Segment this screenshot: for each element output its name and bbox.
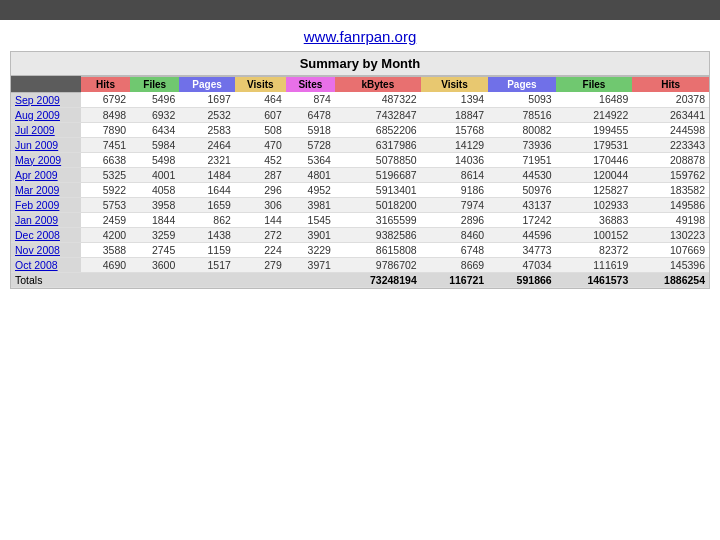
totals-row: Totals 73248194 116721 591866 1461573 18… [11,272,709,287]
row-d-files: 2745 [130,242,179,257]
row-kbytes: 5196687 [335,167,421,182]
row-d-visits: 306 [235,197,286,212]
row-m-hits: 223343 [632,137,709,152]
row-m-pages: 34773 [488,242,555,257]
row-m-files: 82372 [556,242,633,257]
row-month[interactable]: Oct 2008 [11,257,81,272]
row-m-visits: 6748 [421,242,488,257]
row-month[interactable]: Jun 2009 [11,137,81,152]
row-d-pages: 2532 [179,107,235,122]
row-kbytes: 5018200 [335,197,421,212]
col-m-hits: Hits [632,77,709,93]
totals-d-pages [179,272,235,287]
row-m-pages: 50976 [488,182,555,197]
row-d-visits: 452 [235,152,286,167]
row-d-sites: 1545 [286,212,335,227]
row-m-pages: 47034 [488,257,555,272]
row-d-sites: 3981 [286,197,335,212]
row-d-pages: 1517 [179,257,235,272]
row-d-hits: 4200 [81,227,130,242]
totals-label: Totals [11,272,81,287]
row-m-files: 179531 [556,137,633,152]
row-m-files: 199455 [556,122,633,137]
row-d-sites: 5918 [286,122,335,137]
row-d-hits: 5325 [81,167,130,182]
col-m-pages: Pages [488,77,555,93]
row-m-hits: 183582 [632,182,709,197]
table-row: Jul 2009 7890 6434 2583 508 5918 6852206… [11,122,709,137]
row-d-hits: 8498 [81,107,130,122]
totals-d-sites [286,272,335,287]
row-d-files: 5498 [130,152,179,167]
row-d-pages: 1644 [179,182,235,197]
col-kbytes: kBytes [335,77,421,93]
row-d-visits: 144 [235,212,286,227]
row-m-pages: 5093 [488,92,555,107]
totals-kbytes: 73248194 [335,272,421,287]
header-bar [0,0,720,20]
row-m-pages: 17242 [488,212,555,227]
row-d-sites: 874 [286,92,335,107]
row-month[interactable]: Dec 2008 [11,227,81,242]
row-m-pages: 71951 [488,152,555,167]
col-hits: Hits [81,77,130,93]
col-files: Files [130,77,179,93]
row-month[interactable]: Feb 2009 [11,197,81,212]
row-m-pages: 73936 [488,137,555,152]
col-visits: Visits [235,77,286,93]
row-month[interactable]: Jul 2009 [11,122,81,137]
col-m-visits: Visits [421,77,488,93]
row-d-hits: 7451 [81,137,130,152]
row-d-hits: 2459 [81,212,130,227]
row-m-pages: 80082 [488,122,555,137]
row-d-visits: 296 [235,182,286,197]
subtitle: www.fanrpan.org [0,20,720,51]
row-month[interactable]: Jan 2009 [11,212,81,227]
row-month[interactable]: Aug 2009 [11,107,81,122]
summary-title: Summary by Month [11,52,709,76]
row-d-pages: 2464 [179,137,235,152]
row-m-files: 100152 [556,227,633,242]
row-d-hits: 5753 [81,197,130,212]
row-m-hits: 107669 [632,242,709,257]
subtitle-link[interactable]: www.fanrpan.org [304,28,417,45]
row-month[interactable]: Nov 2008 [11,242,81,257]
row-d-hits: 4690 [81,257,130,272]
row-m-visits: 7974 [421,197,488,212]
row-kbytes: 487322 [335,92,421,107]
row-kbytes: 7432847 [335,107,421,122]
row-m-hits: 49198 [632,212,709,227]
row-m-files: 102933 [556,197,633,212]
col-pages: Pages [179,77,235,93]
row-m-visits: 1394 [421,92,488,107]
row-kbytes: 9786702 [335,257,421,272]
row-d-sites: 4801 [286,167,335,182]
row-d-sites: 5364 [286,152,335,167]
table-row: May 2009 6638 5498 2321 452 5364 5078850… [11,152,709,167]
row-d-visits: 224 [235,242,286,257]
table-container: Summary by Month Hits Files Pages Visits… [10,51,710,289]
row-d-pages: 862 [179,212,235,227]
row-m-visits: 9186 [421,182,488,197]
row-d-visits: 287 [235,167,286,182]
row-d-visits: 508 [235,122,286,137]
row-m-hits: 130223 [632,227,709,242]
table-row: Dec 2008 4200 3259 1438 272 3901 9382586… [11,227,709,242]
row-month[interactable]: May 2009 [11,152,81,167]
row-kbytes: 3165599 [335,212,421,227]
row-d-pages: 1159 [179,242,235,257]
row-d-pages: 2321 [179,152,235,167]
row-d-hits: 7890 [81,122,130,137]
totals-d-files [130,272,179,287]
month-header [11,76,81,92]
row-kbytes: 6852206 [335,122,421,137]
row-month[interactable]: Mar 2009 [11,182,81,197]
row-month[interactable]: Apr 2009 [11,167,81,182]
row-d-hits: 5922 [81,182,130,197]
row-m-hits: 145396 [632,257,709,272]
row-d-visits: 470 [235,137,286,152]
row-m-files: 214922 [556,107,633,122]
row-m-pages: 44596 [488,227,555,242]
row-month[interactable]: Sep 2009 [11,92,81,107]
row-d-pages: 1438 [179,227,235,242]
